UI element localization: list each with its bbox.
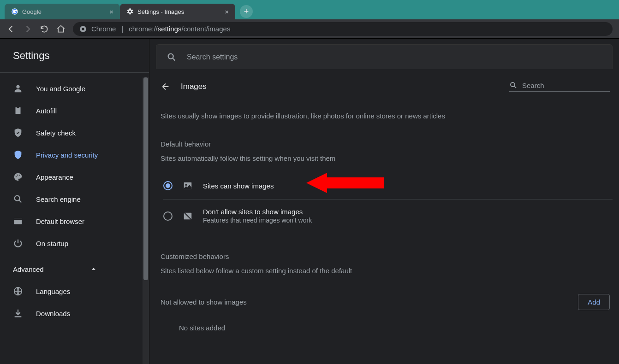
sidebar-item-label: Safety check bbox=[36, 129, 76, 137]
tab-settings-images[interactable]: Settings - Images × bbox=[120, 4, 235, 19]
radio-dont-allow-images[interactable]: Don't allow sites to show images Feature… bbox=[163, 200, 613, 232]
svg-marker-17 bbox=[306, 173, 384, 193]
sidebar-scrollbar[interactable] bbox=[143, 77, 149, 364]
default-behavior-title: Default behavior bbox=[161, 140, 613, 148]
sidebar-item-label: Autofill bbox=[36, 107, 57, 115]
tab-title: Settings - Images bbox=[137, 8, 184, 15]
sidebar-item-downloads[interactable]: Downloads bbox=[0, 302, 143, 324]
radio-sites-can-show-images[interactable]: Sites can show images bbox=[163, 172, 613, 200]
svg-rect-5 bbox=[17, 106, 19, 108]
palette-icon bbox=[13, 172, 23, 182]
sidebar-advanced-toggle[interactable]: Advanced bbox=[0, 258, 143, 280]
svg-rect-11 bbox=[14, 218, 22, 220]
globe-icon bbox=[13, 286, 23, 296]
close-icon[interactable]: × bbox=[225, 8, 229, 16]
main-panel: Images Sites usually show images to prov… bbox=[149, 39, 619, 364]
radio-icon bbox=[163, 211, 173, 221]
tab-title: Google bbox=[22, 8, 42, 15]
radio-group-default-behavior: Sites can show images Don't allow sites … bbox=[161, 172, 613, 232]
close-icon[interactable]: × bbox=[109, 8, 113, 16]
sidebar-item-safety-check[interactable]: Safety check bbox=[0, 122, 143, 144]
sidebar-item-search-engine[interactable]: Search engine bbox=[0, 188, 143, 210]
customized-behaviors-title: Customized behaviors bbox=[161, 252, 613, 260]
search-icon bbox=[13, 194, 23, 204]
svg-point-6 bbox=[16, 176, 17, 177]
forward-icon bbox=[23, 24, 32, 34]
sidebar-item-label: Privacy and security bbox=[36, 151, 98, 159]
gear-icon bbox=[126, 8, 134, 15]
home-icon[interactable] bbox=[56, 24, 65, 34]
clipboard-icon bbox=[13, 106, 23, 116]
sidebar-item-label: Appearance bbox=[36, 173, 73, 181]
sidebar-item-privacy-security[interactable]: Privacy and security bbox=[0, 144, 143, 166]
radio-label: Don't allow sites to show images bbox=[203, 208, 312, 216]
add-button[interactable]: Add bbox=[578, 294, 610, 310]
scrollbar-thumb[interactable] bbox=[143, 77, 148, 280]
sidebar-item-you-and-google[interactable]: You and Google bbox=[0, 77, 143, 100]
settings-sidebar: Settings You and Google Autofill Safety … bbox=[0, 39, 149, 364]
search-icon bbox=[167, 52, 177, 62]
sidebar-item-on-startup[interactable]: On startup bbox=[0, 232, 143, 254]
shield-icon bbox=[13, 150, 23, 160]
inline-search[interactable] bbox=[509, 81, 610, 92]
back-icon[interactable] bbox=[6, 24, 16, 34]
svg-point-3 bbox=[16, 85, 19, 88]
radio-helper: Features that need images won't work bbox=[203, 217, 312, 224]
radio-label: Sites can show images bbox=[203, 182, 274, 190]
annotation-arrow-icon bbox=[306, 171, 385, 194]
svg-point-14 bbox=[511, 82, 515, 87]
radio-icon bbox=[163, 181, 173, 190]
sidebar-item-label: You and Google bbox=[36, 85, 85, 93]
svg-point-7 bbox=[17, 175, 18, 176]
sidebar-item-autofill[interactable]: Autofill bbox=[0, 100, 143, 122]
sidebar-item-languages[interactable]: Languages bbox=[0, 280, 143, 302]
settings-search-bar[interactable] bbox=[156, 44, 613, 69]
image-off-icon bbox=[183, 211, 193, 221]
svg-point-16 bbox=[185, 184, 187, 186]
svg-rect-4 bbox=[16, 107, 21, 114]
chevron-up-icon bbox=[91, 266, 96, 272]
inline-search-input[interactable] bbox=[522, 82, 610, 89]
sidebar-item-label: Search engine bbox=[36, 195, 81, 203]
back-arrow-icon[interactable] bbox=[161, 82, 171, 92]
chrome-icon bbox=[79, 25, 87, 33]
power-icon bbox=[13, 238, 23, 248]
reload-icon[interactable] bbox=[40, 24, 49, 34]
svg-point-2 bbox=[82, 28, 84, 30]
divider: | bbox=[121, 25, 123, 33]
default-behavior-subtitle: Sites automatically follow this setting … bbox=[161, 154, 613, 162]
settings-search-input[interactable] bbox=[187, 53, 602, 61]
page-title: Settings bbox=[0, 39, 149, 73]
download-icon bbox=[13, 308, 23, 318]
tab-google[interactable]: Google × bbox=[5, 4, 120, 19]
sidebar-item-appearance[interactable]: Appearance bbox=[0, 166, 143, 188]
sidebar-advanced-label: Advanced bbox=[13, 265, 44, 273]
svg-point-13 bbox=[168, 53, 173, 59]
svg-point-9 bbox=[15, 196, 20, 201]
customized-behaviors-subtitle: Sites listed below follow a custom setti… bbox=[161, 267, 613, 275]
sidebar-item-label: Default browser bbox=[36, 217, 84, 225]
address-bar[interactable]: Chrome | chrome://settings/content/image… bbox=[73, 22, 613, 36]
browser-tabstrip: Google × Settings - Images × + bbox=[0, 0, 619, 19]
browser-icon bbox=[13, 216, 23, 226]
sidebar-item-label: Downloads bbox=[36, 310, 70, 317]
image-icon bbox=[183, 181, 193, 191]
sidebar-item-label: On startup bbox=[36, 240, 68, 247]
section-description: Sites usually show images to provide ill… bbox=[161, 112, 613, 120]
url-text: chrome://settings/content/images bbox=[129, 25, 230, 33]
no-sites-text: No sites added bbox=[179, 324, 613, 332]
sidebar-item-default-browser[interactable]: Default browser bbox=[0, 210, 143, 232]
google-favicon bbox=[11, 8, 18, 15]
shield-check-icon bbox=[13, 128, 23, 138]
person-icon bbox=[13, 83, 23, 94]
browser-toolbar: Chrome | chrome://settings/content/image… bbox=[0, 19, 619, 39]
new-tab-button[interactable]: + bbox=[240, 5, 253, 18]
url-scheme-label: Chrome bbox=[91, 25, 116, 33]
section-title: Images bbox=[181, 82, 207, 91]
sidebar-item-label: Languages bbox=[36, 288, 70, 295]
svg-point-8 bbox=[19, 175, 20, 176]
not-allowed-label: Not allowed to show images bbox=[161, 298, 247, 306]
search-icon bbox=[509, 81, 518, 89]
